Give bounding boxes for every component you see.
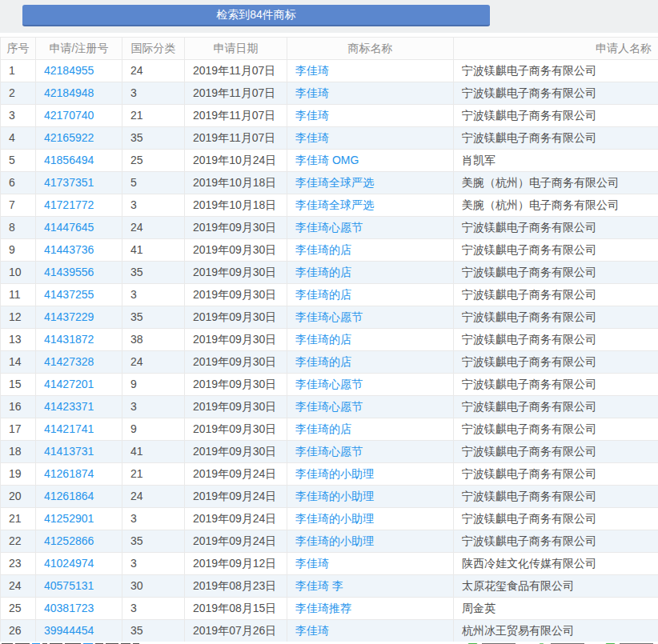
results-table: 序号 申请/注册号 国际分类 申请日期 商标名称 申请人名称 1 4218495…	[0, 37, 658, 642]
trademark-name-link[interactable]: 李佳琦	[295, 64, 329, 77]
trademark-name-link[interactable]: 李佳琦	[295, 557, 329, 570]
reg-number-link[interactable]: 41437229	[44, 310, 94, 323]
trademark-name-link[interactable]: 李佳琦的店	[295, 333, 351, 346]
column-header-reg-number: 申请/注册号	[36, 38, 122, 60]
trademark-name-link[interactable]: 李佳琦的小助理	[295, 490, 374, 502]
reg-number-link[interactable]: 42165922	[44, 131, 94, 144]
trademark-name-link[interactable]: 李佳琦 OMG	[295, 154, 359, 166]
trademark-name-link[interactable]: 李佳琦	[295, 131, 329, 144]
reg-number-link[interactable]: 41443736	[44, 243, 94, 256]
reg-number-link[interactable]: 41721772	[44, 198, 94, 211]
reg-number-cell: 41437255	[36, 284, 122, 306]
trademark-name-link[interactable]: 李佳琦的店	[295, 266, 351, 278]
applicant-cell: 宁波镁麒电子商务有限公司	[454, 351, 658, 374]
reg-number-link[interactable]: 41252866	[44, 534, 94, 547]
intl-class-cell: 9	[122, 374, 185, 396]
trademark-name-cell: 李佳琦的店	[287, 262, 454, 284]
reg-number-link[interactable]: 41413731	[44, 445, 94, 458]
intl-class-cell: 35	[122, 620, 185, 642]
reg-number-link[interactable]: 41431872	[44, 333, 94, 346]
apply-date-cell: 2019年11月07日	[185, 127, 287, 150]
reg-number-link[interactable]: 41261874	[44, 467, 94, 480]
trademark-name-cell: 李佳琦	[287, 553, 454, 575]
trademark-name-link[interactable]: 李佳琦的店	[295, 355, 351, 368]
apply-date-cell: 2019年09月30日	[185, 418, 287, 441]
reg-number-link[interactable]: 41423371	[44, 400, 94, 413]
table-row: 25 40381723 3 2019年08月15日 李佳琦推荐 周金英	[1, 598, 658, 620]
trademark-name-cell: 李佳琦	[287, 620, 454, 642]
trademark-name-link[interactable]: 李佳琦的店	[295, 422, 351, 435]
reg-number-link[interactable]: 41427328	[44, 355, 94, 368]
reg-number-link[interactable]: 41024974	[44, 557, 94, 570]
trademark-name-link[interactable]: 李佳琦心愿节	[295, 378, 363, 390]
trademark-name-link[interactable]: 李佳琦	[295, 86, 329, 99]
applicant-cell: 太原花玺食品有限公司	[454, 575, 658, 598]
reg-number-link[interactable]: 41447645	[44, 221, 94, 234]
serial-cell: 26	[1, 620, 36, 642]
trademark-name-link[interactable]: 李佳琦心愿节	[295, 445, 363, 458]
trademark-name-link[interactable]: 李佳琦推荐	[295, 602, 351, 614]
applicant-cell: 肖凯军	[454, 150, 658, 172]
table-row: 14 41427328 24 2019年09月30日 李佳琦的店 宁波镁麒电子商…	[1, 351, 658, 374]
trademark-name-link[interactable]: 李佳琦心愿节	[295, 221, 363, 234]
reg-number-link[interactable]: 41427201	[44, 378, 94, 390]
table-row: 24 40575131 30 2019年08月23日 李佳琦 李 太原花玺食品有…	[1, 575, 658, 598]
reg-number-link[interactable]: 41737351	[44, 176, 94, 189]
trademark-name-link[interactable]: 李佳琦的店	[295, 288, 351, 301]
reg-number-cell: 41423371	[36, 396, 122, 418]
reg-number-link[interactable]: 40381723	[44, 602, 94, 614]
reg-number-cell: 41443736	[36, 239, 122, 262]
reg-number-link[interactable]: 41252901	[44, 512, 94, 525]
table-row: 19 41261874 21 2019年09月24日 李佳琦的小助理 宁波镁麒电…	[1, 463, 658, 486]
table-row: 13 41431872 38 2019年09月30日 李佳琦的店 宁波镁麒电子商…	[1, 329, 658, 351]
serial-cell: 18	[1, 441, 36, 463]
reg-number-link[interactable]: 41437255	[44, 288, 94, 301]
table-row: 12 41437229 35 2019年09月30日 李佳琦心愿节 宁波镁麒电子…	[1, 306, 658, 329]
reg-number-cell: 41261864	[36, 486, 122, 508]
serial-cell: 6	[1, 172, 36, 194]
applicant-cell: 美腕（杭州）电子商务有限公司	[454, 172, 658, 194]
trademark-name-cell: 李佳琦	[287, 82, 454, 105]
reg-number-link[interactable]: 41856494	[44, 154, 94, 166]
reg-number-link[interactable]: 39944454	[44, 624, 94, 637]
trademark-name-link[interactable]: 李佳琦的店	[295, 243, 351, 256]
apply-date-cell: 2019年11月07日	[185, 60, 287, 82]
trademark-name-link[interactable]: 李佳琦的小助理	[295, 512, 374, 525]
intl-class-cell: 3	[122, 553, 185, 575]
trademark-name-cell: 李佳琦 李	[287, 575, 454, 598]
applicant-cell: 陕西冷娃文化传媒有限公司	[454, 553, 658, 575]
reg-number-cell: 41421741	[36, 418, 122, 441]
column-header-intl-class: 国际分类	[122, 38, 185, 60]
trademark-name-link[interactable]: 李佳琦的小助理	[295, 534, 374, 547]
serial-cell: 7	[1, 194, 36, 217]
serial-cell: 9	[1, 239, 36, 262]
apply-date-cell: 2019年10月18日	[185, 194, 287, 217]
applicant-cell: 宁波镁麒电子商务有限公司	[454, 508, 658, 530]
trademark-name-link[interactable]: 李佳琦心愿节	[295, 310, 363, 323]
trademark-name-cell: 李佳琦全球严选	[287, 194, 454, 217]
reg-number-link[interactable]: 41439556	[44, 266, 94, 278]
reg-number-link[interactable]: 41261864	[44, 490, 94, 502]
serial-cell: 15	[1, 374, 36, 396]
serial-cell: 22	[1, 530, 36, 553]
reg-number-link[interactable]: 42184948	[44, 86, 94, 99]
trademark-name-link[interactable]: 李佳琦	[295, 109, 329, 122]
trademark-name-link[interactable]: 李佳琦全球严选	[295, 176, 374, 189]
reg-number-link[interactable]: 42184955	[44, 64, 94, 77]
apply-date-cell: 2019年11月07日	[185, 105, 287, 127]
intl-class-cell: 30	[122, 575, 185, 598]
trademark-name-link[interactable]: 李佳琦	[295, 624, 329, 637]
reg-number-link[interactable]: 41421741	[44, 422, 94, 435]
trademark-name-link[interactable]: 李佳琦心愿节	[295, 400, 363, 413]
trademark-name-link[interactable]: 李佳琦 李	[295, 579, 343, 592]
applicant-cell: 杭州冰王贸易有限公司	[454, 620, 658, 642]
trademark-name-link[interactable]: 李佳琦的小助理	[295, 467, 374, 480]
trademark-name-link[interactable]: 李佳琦全球严选	[295, 198, 374, 211]
search-result-count-button[interactable]: 检索到84件商标	[22, 5, 490, 26]
reg-number-cell: 41427328	[36, 351, 122, 374]
reg-number-link[interactable]: 42170740	[44, 109, 94, 122]
reg-number-link[interactable]: 40575131	[44, 579, 94, 592]
column-header-serial: 序号	[1, 38, 36, 60]
serial-cell: 25	[1, 598, 36, 620]
applicant-cell: 宁波镁麒电子商务有限公司	[454, 239, 658, 262]
